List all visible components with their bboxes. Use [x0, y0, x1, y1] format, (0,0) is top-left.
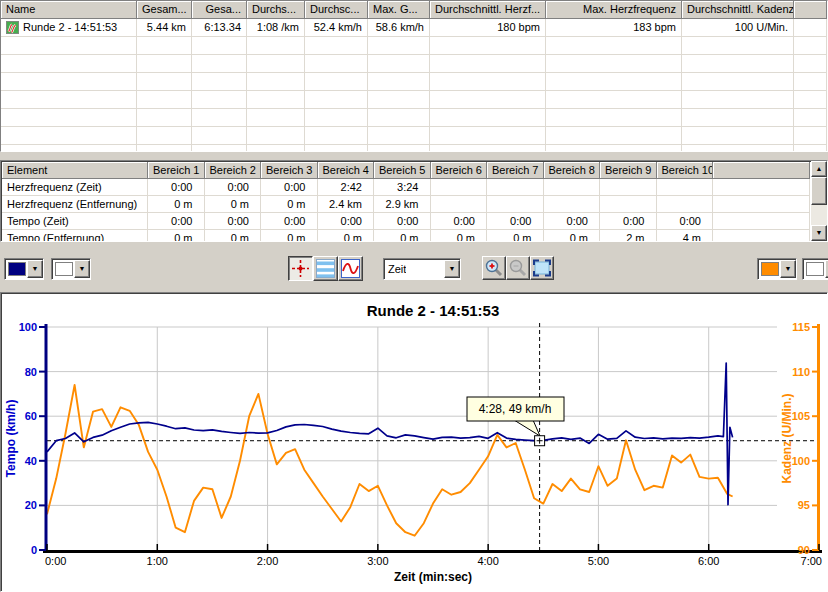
left-tick-label: 60 [25, 410, 37, 422]
zone-value-cell: 3:24 [374, 179, 431, 196]
zone-value-cell: 0:00 [205, 179, 262, 196]
column-header[interactable]: Max. G... [368, 1, 430, 19]
empty-cell [430, 145, 546, 152]
empty-cell [1, 127, 137, 145]
zone-row-label: Herzfrequenz (Zeit) [2, 179, 148, 196]
chevron-down-icon[interactable]: ▼ [780, 260, 796, 278]
empty-cell [430, 109, 546, 127]
column-header[interactable]: Bereich 6 [431, 162, 488, 179]
column-header[interactable]: Name [1, 1, 137, 19]
empty-cell [546, 145, 682, 152]
series1-color-select[interactable]: ▼ [4, 258, 44, 280]
column-header[interactable]: Bereich 7 [487, 162, 544, 179]
empty-cell [137, 55, 192, 73]
x-tick-label: 2:00 [257, 555, 278, 567]
column-header[interactable]: Durchschnittl. Herzf... [430, 1, 546, 19]
zone-value-cell: 0:00 [431, 213, 488, 230]
column-header[interactable]: Durchsc... [305, 1, 368, 19]
vertical-scrollbar[interactable]: ▲ ▼ [811, 161, 827, 241]
zone-value-cell: 0 m [487, 230, 544, 242]
zone-value-cell: 0 m [544, 230, 601, 242]
empty-cell [682, 145, 794, 152]
empty-cell [546, 37, 682, 55]
left-tick-label: 40 [25, 455, 37, 467]
zoom-out-button[interactable] [506, 256, 530, 280]
zone-row-label: Tempo (Zeit) [2, 213, 148, 230]
zone-value-cell [431, 179, 488, 196]
column-header[interactable]: Durchschnittl. Kadenz [682, 1, 794, 19]
scroll-up-button[interactable]: ▲ [811, 161, 827, 177]
column-header[interactable]: Bereich 3 [261, 162, 318, 179]
column-header[interactable]: Bereich 9 [600, 162, 657, 179]
scroll-down-button[interactable]: ▼ [811, 225, 827, 241]
column-header[interactable]: Element [2, 162, 148, 179]
empty-cell [247, 55, 305, 73]
zone-row[interactable]: Tempo (Entfernung)0 m0 m0 m0 m0 m0 m0 m0… [2, 230, 810, 242]
lap-chart[interactable]: 02040608010090951001051101150:001:002:00… [2, 294, 826, 590]
column-header[interactable]: Bereich 8 [544, 162, 601, 179]
zone-value-cell: 0 m [374, 230, 431, 242]
column-header[interactable]: Gesa... [192, 1, 247, 19]
empty-cell [682, 55, 794, 73]
zone-value-cell: 0:00 [148, 213, 205, 230]
x-tick-label: 4:00 [477, 555, 498, 567]
zone-value-cell [487, 196, 544, 213]
column-header[interactable]: Durchs... [247, 1, 305, 19]
zone-row[interactable]: Herzfrequenz (Entfernung)0 m0 m0 m2.4 km… [2, 196, 810, 213]
series2-fill-select[interactable]: ▼ [802, 258, 828, 280]
empty-cell [794, 145, 827, 152]
zone-value-cell: 0 m [205, 230, 262, 242]
zone-value-cell: 0:00 [261, 213, 318, 230]
x-axis-mode-select[interactable]: Zeit ▼ [383, 258, 461, 280]
column-header-filler [713, 162, 810, 179]
column-header[interactable]: Bereich 10 [657, 162, 714, 179]
empty-cell [1, 55, 137, 73]
zone-value-cell [713, 179, 810, 196]
value-tooltip-text: 4:28, 49 km/h [479, 402, 552, 416]
zone-value-cell: 0 m [261, 196, 318, 213]
zone-value-cell [713, 230, 810, 242]
zone-row[interactable]: Tempo (Zeit)0:000:000:000:000:000:000:00… [2, 213, 810, 230]
scrollbar-thumb[interactable] [811, 177, 827, 205]
chevron-down-icon[interactable]: ▼ [74, 260, 90, 278]
empty-cell [546, 73, 682, 91]
column-header-filler [794, 1, 827, 19]
zoom-fit-button[interactable] [530, 256, 554, 280]
empty-cell [247, 109, 305, 127]
zone-value-cell: 4 m [657, 230, 714, 242]
crosshair-tool-button[interactable] [288, 256, 313, 281]
empty-cell [794, 91, 827, 109]
zone-value-cell: 2:42 [318, 179, 375, 196]
column-header[interactable]: Bereich 4 [318, 162, 375, 179]
series2-color-select[interactable]: ▼ [757, 258, 797, 280]
series2-color-swatch [761, 262, 779, 276]
column-header[interactable]: Bereich 2 [205, 162, 262, 179]
chevron-down-icon[interactable]: ▼ [27, 260, 43, 278]
zone-value-cell [431, 196, 488, 213]
column-header[interactable]: Bereich 5 [374, 162, 431, 179]
zone-value-cell: 0 m [148, 230, 205, 242]
curve-display-button[interactable] [338, 256, 363, 281]
series1-fill-select[interactable]: ▼ [51, 258, 91, 280]
zone-bands-button[interactable] [313, 256, 338, 281]
chevron-down-icon[interactable]: ▼ [444, 260, 460, 278]
column-header[interactable]: Bereich 1 [148, 162, 205, 179]
empty-row [1, 73, 827, 91]
zoom-in-button[interactable] [482, 256, 506, 280]
empty-cell [192, 109, 247, 127]
column-header[interactable]: Gesam... [137, 1, 192, 19]
empty-cell [368, 109, 430, 127]
empty-cell [794, 109, 827, 127]
zone-value-cell: 0:00 [318, 213, 375, 230]
panel-splitter[interactable] [0, 152, 828, 160]
empty-cell [368, 73, 430, 91]
empty-cell [247, 37, 305, 55]
lap-value-cell: 6:13.34 [192, 19, 247, 37]
zone-value-cell: 0:00 [487, 213, 544, 230]
empty-cell [430, 73, 546, 91]
lap-row[interactable]: Runde 2 - 14:51:535.44 km6:13.341:08 /km… [1, 19, 827, 37]
empty-cell [546, 55, 682, 73]
zone-row[interactable]: Herzfrequenz (Zeit)0:000:000:002:423:24 [2, 179, 810, 196]
column-header[interactable]: Max. Herzfrequenz [546, 1, 682, 19]
empty-cell [192, 55, 247, 73]
